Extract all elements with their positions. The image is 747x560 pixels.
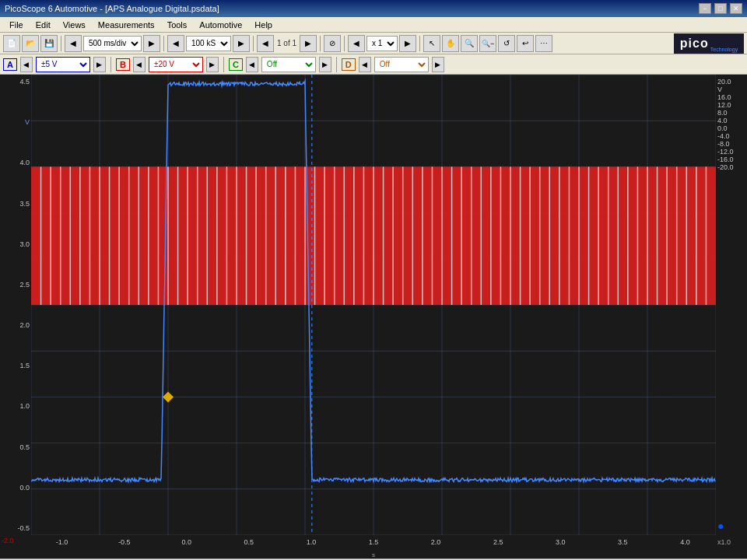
x-label-0: 0.0 — [181, 538, 191, 546]
pico-logo: pico Technology — [674, 33, 744, 54]
channel-a-label[interactable]: A — [3, 58, 17, 71]
oscilloscope-main: 4.5 V 4.0 3.5 3.0 2.5 2.0 1.5 1.0 0.5 0.… — [0, 75, 747, 535]
ry-label-neg8: -8.0 — [717, 140, 745, 148]
zoom-reset-button[interactable]: ↺ — [498, 35, 515, 52]
timebase-select[interactable]: 500 ms/div — [83, 36, 142, 51]
ry-label-12: 12.0 — [717, 101, 745, 109]
save-button[interactable]: 💾 — [40, 35, 58, 52]
y-label-05: 0.5 — [2, 443, 30, 451]
channel-b-next[interactable]: ▶ — [206, 57, 219, 72]
cursor-select-button[interactable]: ↖ — [423, 35, 440, 52]
samples-next-button[interactable]: ▶ — [233, 35, 250, 52]
y-label-25: 2.5 — [2, 281, 30, 289]
channel-a-prev[interactable]: ◀ — [20, 57, 33, 72]
y-label-3: 3.0 — [2, 240, 30, 248]
bottom-right-label: x1.0 — [717, 538, 731, 546]
y-label-neg05: -0.5 — [2, 524, 30, 532]
y-label-15: 1.5 — [2, 362, 30, 369]
bottom-left-label: -2.0 — [0, 535, 16, 546]
ry-label-neg12: -12.0 — [717, 148, 745, 156]
y-label-35: 3.5 — [2, 200, 30, 208]
open-icon: 📂 — [26, 39, 35, 47]
channel-b-label[interactable]: B — [116, 58, 130, 71]
x-label-4: 4.0 — [680, 538, 690, 546]
x-label-05: 0.5 — [244, 538, 254, 546]
channel-c-next[interactable]: ▶ — [319, 57, 331, 72]
close-button[interactable]: ✕ — [730, 3, 742, 14]
x-label-1: 1.0 — [307, 538, 317, 546]
menu-measurements[interactable]: Measurements — [92, 19, 161, 31]
ry-label-neg20: -20.0 — [717, 163, 745, 171]
new-button[interactable]: 📄 — [3, 35, 20, 52]
timebase-prev-button[interactable]: ◀ — [65, 35, 82, 52]
zoom-select[interactable]: x 1 — [366, 36, 398, 51]
ch-sep2 — [223, 57, 224, 72]
separator1 — [61, 36, 61, 51]
y-label-0: 0.0 — [2, 484, 30, 492]
x-label-neg05: -0.5 — [118, 538, 131, 546]
channel-c-range[interactable]: Off — [261, 57, 316, 72]
ry-unit: V — [717, 86, 745, 93]
zoom-prev-button[interactable]: ◀ — [348, 35, 365, 52]
title-text: PicoScope 6 Automotive - [APS Analogue D… — [5, 4, 219, 13]
channel-b-range[interactable]: ±20 V — [149, 57, 203, 72]
new-icon: 📄 — [7, 39, 16, 47]
page-last-button[interactable]: ▶ — [300, 35, 317, 52]
channel-d-range[interactable]: Off — [374, 57, 429, 72]
channelbar: A ◀ ±5 V ▶ B ◀ ±20 V ▶ C ◀ Off ▶ D ◀ Off… — [0, 54, 747, 75]
open-button[interactable]: 📂 — [22, 35, 39, 52]
channel-a-range[interactable]: ±5 V — [36, 57, 90, 72]
samples-select[interactable]: 100 kS — [186, 36, 231, 51]
chart-area[interactable] — [31, 75, 716, 535]
menu-tools[interactable]: Tools — [161, 19, 194, 31]
x-label-3: 3.0 — [556, 538, 566, 546]
separator6 — [419, 36, 420, 51]
waveform-canvas — [31, 75, 716, 535]
more-button[interactable]: ⋯ — [535, 35, 552, 52]
timebase-next-button[interactable]: ▶ — [143, 35, 160, 52]
x-label-25: 2.5 — [493, 538, 503, 546]
y-label-4: 4.0 — [2, 159, 30, 166]
ch-sep1 — [110, 57, 111, 72]
separator2 — [163, 36, 164, 51]
page-first-button[interactable]: ◀ — [257, 35, 274, 52]
channel-c-prev[interactable]: ◀ — [246, 57, 258, 72]
separator3 — [253, 36, 254, 51]
bottom-x-axis: -1.0 -0.5 0.0 0.5 1.0 1.5 2.0 2.5 3.0 3.… — [31, 535, 716, 558]
stop-circle-button[interactable]: ⊘ — [324, 35, 341, 52]
menubar: File Edit Views Measurements Tools Autom… — [0, 17, 747, 33]
channel-a-next[interactable]: ▶ — [93, 57, 106, 72]
channel-b-indicator: ● — [717, 520, 745, 532]
y-label-2: 2.0 — [2, 321, 30, 329]
toolbar1: 📄 📂 💾 ◀ 500 ms/div ▶ ◀ 100 kS ▶ ◀ 1 of 1… — [0, 33, 747, 54]
ry-label-4: 4.0 — [717, 117, 745, 124]
menu-edit[interactable]: Edit — [30, 19, 57, 31]
x-label-35: 3.5 — [618, 538, 628, 546]
zoom-in-button[interactable]: 🔍 — [461, 35, 478, 52]
minimize-button[interactable]: − — [699, 3, 711, 14]
page-label: 1 of 1 — [275, 39, 298, 47]
zoom-out-button[interactable]: 🔍− — [479, 35, 496, 52]
maximize-button[interactable]: □ — [714, 3, 727, 14]
window-controls: − □ ✕ — [699, 3, 742, 14]
menu-views[interactable]: Views — [57, 19, 92, 31]
samples-prev-button[interactable]: ◀ — [167, 35, 184, 52]
channel-b-prev[interactable]: ◀ — [133, 57, 146, 72]
y-label-1: 1.0 — [2, 402, 30, 410]
left-y-axis: 4.5 V 4.0 3.5 3.0 2.5 2.0 1.5 1.0 0.5 0.… — [0, 75, 31, 535]
zoom-next-button[interactable]: ▶ — [399, 35, 416, 52]
undo-button[interactable]: ↩ — [517, 35, 534, 52]
menu-automotive[interactable]: Automotive — [193, 19, 248, 31]
ch-sep3 — [336, 57, 337, 72]
channel-d-next[interactable]: ▶ — [432, 57, 444, 72]
channel-d-label[interactable]: D — [342, 58, 356, 71]
y-label-top: 4.5 — [2, 78, 30, 86]
channel-c-label[interactable]: C — [229, 58, 243, 71]
separator4 — [320, 36, 321, 51]
menu-file[interactable]: File — [3, 19, 30, 31]
channel-d-prev[interactable]: ◀ — [359, 57, 371, 72]
menu-help[interactable]: Help — [248, 19, 279, 31]
ry-label-neg4: -4.0 — [717, 132, 745, 140]
x-label-15: 1.5 — [369, 538, 379, 546]
cursor-hand-button[interactable]: ✋ — [442, 35, 459, 52]
